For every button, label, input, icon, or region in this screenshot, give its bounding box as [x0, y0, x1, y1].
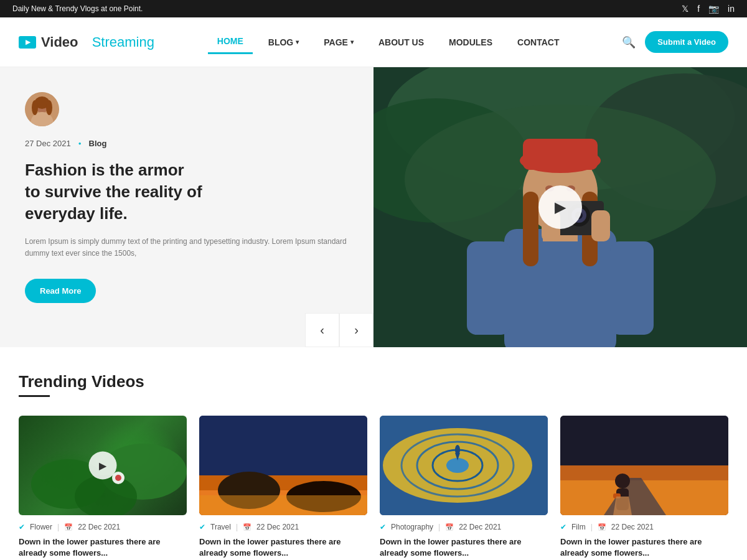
video-2-tag: Travel — [210, 523, 231, 531]
hero-video-image: ▶ — [374, 67, 747, 347]
tag-icon-1: ✔ — [19, 523, 25, 531]
tag-icon-3: ✔ — [380, 523, 386, 531]
video-3-desc: Down in the lower pastures there are alr… — [380, 536, 548, 559]
video-card-3[interactable]: ✔ Photography | 📅 22 Dec 2021 Down in th… — [380, 416, 548, 559]
social-icons: 𝕏 f 📷 in — [682, 4, 735, 14]
video-thumb-4[interactable] — [560, 416, 728, 515]
video-play-button[interactable]: ▶ — [538, 185, 582, 229]
author-avatar — [25, 92, 59, 126]
logo-icon — [19, 36, 36, 49]
svg-point-51 — [615, 474, 630, 488]
video-4-tag: Film — [571, 523, 586, 531]
top-bar-message: Daily New & Trendy Vlogs at one Point. — [12, 4, 143, 13]
calendar-icon-2: 📅 — [243, 523, 251, 531]
svg-rect-12 — [467, 241, 510, 335]
twitter-icon[interactable]: 𝕏 — [682, 4, 688, 14]
logo-streaming-text: Streaming — [92, 34, 154, 50]
video-4-desc: Down in the lower pastures there are alr… — [560, 536, 728, 559]
tag-icon-4: ✔ — [560, 523, 566, 531]
svg-rect-17 — [523, 139, 598, 170]
video-card-2[interactable]: ✔ Travel | 📅 22 Dec 2021 Down in the low… — [199, 416, 367, 559]
nav-blog[interactable]: BLOG ▾ — [259, 31, 308, 54]
video-1-date: 22 Dec 2021 — [78, 523, 120, 531]
instagram-icon[interactable]: 📷 — [708, 4, 719, 14]
video-4-meta: ✔ Film | 📅 22 Dec 2021 — [560, 523, 728, 531]
svg-rect-13 — [610, 241, 654, 335]
header-right: 🔍 Submit a Video — [622, 31, 728, 53]
video-2-date: 22 Dec 2021 — [256, 523, 299, 531]
post-category: Blog — [89, 139, 107, 148]
nav-home[interactable]: HOME — [208, 30, 253, 54]
meta-dot: ● — [78, 141, 82, 146]
svg-point-5 — [46, 100, 52, 115]
svg-rect-18 — [523, 192, 538, 266]
main-nav: HOME BLOG ▾ PAGE ▾ ABOUT US MODULES CONT… — [208, 30, 569, 54]
post-excerpt: Lorem Ipsum is simply dummy text of the … — [25, 236, 349, 259]
video-grid: ▶ ✔ Flower | 📅 22 Dec 2021 Down in the l… — [19, 416, 728, 559]
post-date: 27 Dec 2021 — [25, 139, 71, 148]
section-underline — [19, 395, 50, 397]
slider-next-button[interactable]: › — [339, 313, 374, 347]
svg-marker-54 — [613, 497, 632, 515]
video-card-4[interactable]: ✔ Film | 📅 22 Dec 2021 Down in the lower… — [560, 416, 728, 559]
search-icon[interactable]: 🔍 — [622, 35, 636, 49]
slider-nav: ‹ › — [305, 313, 374, 347]
calendar-icon-1: 📅 — [64, 523, 73, 531]
slider-prev-button[interactable]: ‹ — [305, 313, 339, 347]
video-1-desc: Down in the lower pastures there are alr… — [19, 536, 187, 559]
calendar-icon-4: 📅 — [598, 523, 606, 531]
logo[interactable]: Video Streaming — [19, 34, 154, 50]
nav-page[interactable]: PAGE ▾ — [314, 31, 363, 54]
page-dropdown-arrow: ▾ — [350, 39, 354, 45]
svg-rect-11 — [504, 229, 616, 347]
tag-icon-2: ✔ — [199, 523, 205, 531]
video-1-meta: ✔ Flower | 📅 22 Dec 2021 — [19, 523, 187, 531]
calendar-icon-3: 📅 — [445, 523, 454, 531]
svg-point-4 — [32, 100, 38, 115]
trending-title: Trending Videos — [19, 372, 728, 391]
facebook-icon[interactable]: f — [697, 4, 700, 14]
video-thumb-1[interactable]: ▶ — [19, 416, 187, 515]
svg-rect-25 — [591, 210, 610, 241]
hero-left-panel: 27 Dec 2021 ● Blog Fashion is the armor … — [0, 67, 374, 347]
post-title: Fashion is the armor to survive the real… — [25, 159, 349, 225]
read-more-button[interactable]: Read More — [25, 279, 96, 303]
video-4-date: 22 Dec 2021 — [611, 523, 654, 531]
video-1-tag: Flower — [30, 523, 52, 531]
video-3-meta: ✔ Photography | 📅 22 Dec 2021 — [380, 523, 548, 531]
trending-section: Trending Videos ▶ ✔ Flower | � — [0, 347, 747, 560]
post-meta: 27 Dec 2021 ● Blog — [25, 139, 349, 148]
linkedin-icon[interactable]: in — [728, 4, 735, 14]
video-2-meta: ✔ Travel | 📅 22 Dec 2021 — [199, 523, 367, 531]
svg-rect-38 — [199, 495, 367, 515]
nav-contact[interactable]: CONTACT — [508, 31, 568, 54]
video-card-1[interactable]: ▶ ✔ Flower | 📅 22 Dec 2021 Down in the l… — [19, 416, 187, 559]
video-3-date: 22 Dec 2021 — [459, 523, 501, 531]
blog-dropdown-arrow: ▾ — [296, 39, 299, 45]
submit-video-button[interactable]: Submit a Video — [645, 31, 728, 53]
hero-video-panel[interactable]: ▶ — [374, 67, 747, 347]
hero-section: 27 Dec 2021 ● Blog Fashion is the armor … — [0, 67, 747, 347]
video-thumb-3[interactable] — [380, 416, 548, 515]
video-3-tag: Photography — [391, 523, 433, 531]
nav-modules[interactable]: MODULES — [439, 31, 502, 54]
video-1-play[interactable]: ▶ — [89, 452, 117, 480]
logo-video-text: Video — [41, 34, 78, 50]
top-bar: Daily New & Trendy Vlogs at one Point. 𝕏… — [0, 0, 747, 17]
header: Video Streaming HOME BLOG ▾ PAGE ▾ ABOUT… — [0, 17, 747, 67]
svg-point-32 — [115, 475, 121, 481]
video-2-desc: Down in the lower pastures there are alr… — [199, 536, 367, 559]
video-thumb-2[interactable] — [199, 416, 367, 515]
nav-about[interactable]: ABOUT US — [369, 31, 433, 54]
